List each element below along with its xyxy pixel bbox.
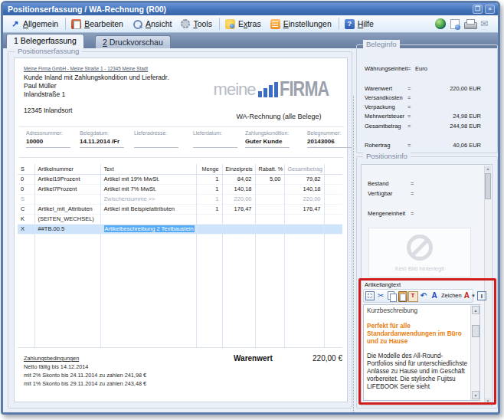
chevron-down-icon[interactable]: ▼ [471, 291, 476, 300]
field-value[interactable] [134, 138, 188, 146]
table-row[interactable]: C Artikel_mit_Attributen Artikel mit Bei… [18, 204, 342, 214]
close-icon[interactable]: × [485, 5, 495, 14]
field-value[interactable] [193, 138, 247, 146]
table-row-selected[interactable]: X ##TB.00.5 Artikelbeschreibung 2 Textba… [18, 224, 342, 234]
menu-item-bearbeiten[interactable]: Bearbeiten [67, 18, 129, 31]
font-color-icon[interactable]: A [464, 291, 470, 300]
groupbox-title: Positionsinfo [363, 152, 411, 160]
italic-icon[interactable]: I [477, 291, 486, 300]
tab-druckvorschau[interactable]: 2 Druckvorschau [95, 35, 171, 48]
content-area: Positionserfassung Meine Firma GmbH - Me… [3, 48, 498, 412]
address-line: Inlandstraße 1 [24, 90, 65, 98]
tab-belegerfassung[interactable]: 1 Belegerfassung [6, 34, 84, 48]
field-belegdatum[interactable]: Belegdatum: 14.11.2014 /Fr [80, 130, 133, 148]
copy-icon[interactable] [387, 291, 396, 300]
menu-label: Extras [238, 19, 261, 28]
scrollbar-thumb[interactable] [472, 325, 479, 337]
table-row[interactable]: 0 Artikel19Prozent Artikel mit 19% MwSt.… [18, 174, 342, 184]
payment-terms-title: Zahlungsbedingungen [24, 354, 146, 363]
document-type: WA-Rechnung (alle Belege) [214, 113, 344, 120]
email-icon[interactable]: ✉ [480, 19, 490, 29]
divider [19, 157, 344, 158]
scroll-down-icon[interactable]: ▼ [472, 391, 479, 399]
field-value[interactable]: Guter Kunde [245, 138, 299, 146]
col-header-menge[interactable]: Menge [196, 164, 222, 174]
artikellangtext-label: Artikellangtext [365, 281, 401, 288]
scrollbar-thumb[interactable] [485, 173, 491, 199]
settings-icon [270, 19, 280, 29]
paste-text-icon[interactable]: T [408, 291, 417, 300]
field-lieferdatum[interactable]: Lieferdatum: [193, 130, 247, 148]
col-header-einzelpreis[interactable]: Einzelpreis [222, 164, 255, 174]
screen: Positionserfassung / WA-Rechnung (R00) ❐… [0, 0, 504, 420]
field-underline [307, 147, 352, 148]
field-lieferadresse[interactable]: Lieferadresse: [134, 130, 188, 148]
col-header-text[interactable]: Text [100, 164, 196, 174]
field-belegnummer[interactable]: Belegnummer: 20143006 [307, 130, 361, 148]
info-row-rohertrag: Rohertrag = 40,06 EUR [365, 142, 390, 149]
field-label: Adressnummer: [26, 130, 80, 136]
address-line: 12345 Inlandsort [24, 107, 72, 114]
undo-icon[interactable]: ↶ [419, 291, 428, 300]
menu-item-tools[interactable]: Tools [177, 18, 218, 30]
app-window: Positionserfassung / WA-Rechnung (R00) ❐… [1, 1, 500, 415]
artikellangtext-editor[interactable]: Kurzbeschreibung Perfekt für alle Standa… [363, 304, 480, 401]
field-value[interactable]: 20143006 [307, 138, 361, 146]
field-value[interactable]: 10000 [26, 138, 80, 146]
menu-label: Bearbeiten [84, 19, 123, 28]
magnifier-icon [133, 19, 142, 29]
globe-icon[interactable] [435, 18, 446, 29]
payment-terms-line: mit 2% Skonto bis 24.11.2014 zu zahlen 2… [24, 371, 146, 379]
document-info-icon[interactable] [450, 19, 460, 29]
table-row-subtotal[interactable]: S Zwischensumme >> 1 220,00 220,00 [18, 194, 342, 204]
scroll-up-icon[interactable]: ▲ [485, 166, 491, 172]
editor-scrollbar[interactable]: ▲ ▼ [470, 305, 479, 400]
menu-item-ansicht[interactable]: Ansicht [129, 18, 177, 31]
table-row[interactable]: K (SEITEN_WECHSEL) [18, 214, 342, 224]
scroll-up-icon[interactable]: ▲ [472, 306, 479, 314]
field-zahlungskondition[interactable]: Zahlungskondition: Guter Kunde [245, 130, 299, 148]
field-label: Lieferdatum: [193, 130, 247, 136]
warenwert-value: 220,00 € [267, 354, 342, 363]
field-label: Lieferadresse: [134, 130, 188, 136]
extras-icon [225, 19, 235, 29]
field-underline [193, 147, 237, 148]
field-label: Belegnummer: [307, 130, 361, 136]
field-label: Belegdatum: [80, 130, 133, 136]
table-row[interactable]: 0 Artikel7Prozent Artikel mit 7% MwSt. 1… [18, 184, 342, 194]
menu-label: Ansicht [146, 19, 172, 28]
menu-item-extras[interactable]: Extras [221, 18, 267, 31]
menu-label: Tools [193, 19, 212, 28]
col-header-filler [324, 164, 342, 174]
scroll-down-icon[interactable]: ▼ [485, 398, 491, 405]
longtext-highlight: Perfekt für alle Standardanwendungen im … [367, 323, 469, 346]
font-icon[interactable]: A [430, 291, 439, 300]
no-image-icon [407, 235, 433, 261]
equals-sign: = [407, 103, 411, 110]
field-adressnummer[interactable]: Adressnummer: 10000 [26, 130, 80, 148]
select-all-icon[interactable] [365, 291, 375, 300]
col-header-s[interactable]: S [18, 164, 34, 174]
selected-cell-text: Artikelbeschreibung 2 Textbaustein [104, 225, 195, 232]
menu-item-hilfe[interactable]: ? Hilfe [341, 18, 379, 31]
equals-sign: = [407, 113, 411, 120]
col-header-gesamtbetrag[interactable]: Gesamtbetrag [284, 164, 324, 174]
printer-icon[interactable] [464, 19, 476, 28]
divider [19, 126, 344, 127]
table-empty-area[interactable] [18, 234, 342, 347]
logo-text-firma: FIRMA [280, 80, 329, 98]
paste-icon[interactable] [398, 291, 407, 300]
field-value[interactable]: 14.11.2014 /Fr [80, 138, 133, 146]
zeichen-button[interactable]: Zeichen [440, 291, 463, 300]
cut-icon[interactable]: ✂ [376, 291, 385, 300]
menu-item-allgemein[interactable]: ↗ Allgemein [6, 18, 64, 31]
col-header-artikelnummer[interactable]: Artikelnummer [34, 164, 100, 174]
field-underline [26, 147, 70, 148]
edit-book-icon [71, 19, 81, 29]
menu-item-einstellungen[interactable]: Einstellungen [267, 18, 337, 31]
col-header-rabatt[interactable]: Rabatt. % [255, 164, 284, 174]
positionsinfo-scrollbar[interactable]: ▲ ▼ [484, 166, 491, 405]
restore-icon[interactable]: ❐ [473, 5, 483, 14]
menu-label: Allgemein [23, 19, 58, 28]
arrow-up-right-icon: ↗ [10, 19, 20, 29]
